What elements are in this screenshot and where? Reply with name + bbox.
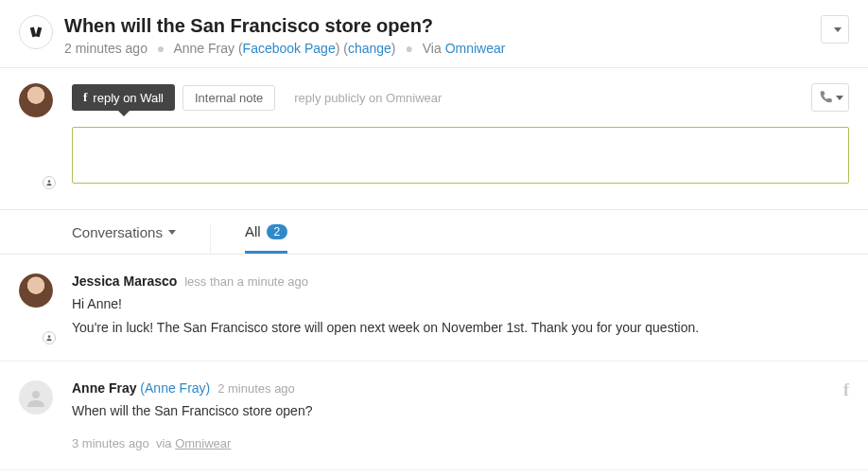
avatar-image: [19, 273, 53, 308]
message-body: Jessica Marasco less than a minute ago H…: [72, 273, 849, 342]
svg-point-3: [48, 335, 51, 338]
message-item: Jessica Marasco less than a minute ago H…: [0, 255, 868, 361]
footer-time: 3 minutes ago: [72, 436, 149, 450]
call-button[interactable]: [811, 83, 849, 112]
facebook-icon: f: [83, 90, 87, 105]
footer-via: Omniwear: [175, 436, 231, 450]
all-tab[interactable]: All 2: [245, 223, 287, 254]
message-author-link[interactable]: (Anne Fray): [140, 380, 210, 396]
separator-dot: ●: [405, 41, 412, 56]
header-meta: 2 minutes ago ● Anne Fray (Facebook Page…: [64, 41, 813, 56]
compose-actions: f reply on Wall Internal note reply publ…: [72, 83, 849, 112]
reply-textarea[interactable]: [72, 127, 849, 184]
message-text: You're in luck! The San Francisco store …: [72, 318, 849, 338]
svg-point-2: [48, 180, 51, 183]
message-avatar: [19, 273, 53, 342]
facebook-icon: f: [843, 380, 849, 400]
phone-icon: [818, 90, 833, 105]
brand-icon: [19, 15, 53, 49]
change-link[interactable]: change: [348, 41, 391, 56]
user-icon: [25, 386, 47, 409]
chevron-down-icon: [168, 230, 176, 235]
message-header: Anne Fray (Anne Fray) 2 minutes ago: [72, 380, 849, 396]
message-item: Anne Fray (Anne Fray) 2 minutes ago When…: [0, 361, 868, 470]
ticket-header: When will the San Francisco store open? …: [0, 0, 868, 68]
requester-name: Anne Fray: [173, 41, 234, 56]
message-body: Anne Fray (Anne Fray) 2 minutes ago When…: [72, 380, 849, 450]
ticket-title: When will the San Francisco store open?: [64, 15, 813, 37]
compose-section: f reply on Wall Internal note reply publ…: [0, 68, 868, 210]
header-options-button[interactable]: [821, 15, 849, 44]
avatar-image: [19, 380, 53, 414]
channel-link[interactable]: Facebook Page: [243, 41, 336, 56]
message-footer: 3 minutes ago via Omniwear: [72, 436, 849, 450]
avatar-badge-icon: [43, 176, 56, 189]
avatar-image: [19, 83, 53, 117]
svg-rect-0: [30, 27, 37, 38]
internal-note-button[interactable]: Internal note: [182, 85, 275, 111]
all-count-badge: 2: [267, 224, 288, 239]
via-link[interactable]: Omniwear: [445, 41, 506, 56]
message-author: Anne Fray: [72, 380, 136, 396]
avatar-badge-icon: [43, 331, 56, 344]
all-label: All: [245, 223, 261, 239]
compose-body: f reply on Wall Internal note reply publ…: [72, 83, 849, 186]
separator-dot: ●: [157, 41, 165, 56]
message-avatar: [19, 380, 53, 450]
message-time: less than a minute ago: [184, 274, 308, 289]
message-time: 2 minutes ago: [217, 381, 295, 396]
svg-point-4: [32, 391, 40, 398]
chevron-down-icon: [834, 27, 842, 32]
message-greeting: Hi Anne!: [72, 294, 849, 314]
agent-avatar: [19, 83, 53, 186]
public-reply-hint: reply publicly on Omniwear: [294, 91, 442, 105]
ticket-time: 2 minutes ago: [64, 41, 148, 56]
reply-on-wall-button[interactable]: f reply on Wall: [72, 84, 175, 111]
via-prefix: Via: [423, 41, 442, 56]
message-header: Jessica Marasco less than a minute ago: [72, 273, 849, 289]
conversations-filter[interactable]: Conversations: [72, 223, 211, 254]
svg-rect-1: [36, 27, 43, 38]
chevron-down-icon: [836, 96, 843, 100]
header-text: When will the San Francisco store open? …: [64, 15, 813, 56]
message-author: Jessica Marasco: [72, 273, 177, 289]
conversations-label: Conversations: [72, 224, 163, 240]
message-text: When will the San Francisco store open?: [72, 401, 849, 421]
reply-wall-label: reply on Wall: [93, 91, 164, 105]
filter-bar: Conversations All 2: [0, 210, 868, 255]
